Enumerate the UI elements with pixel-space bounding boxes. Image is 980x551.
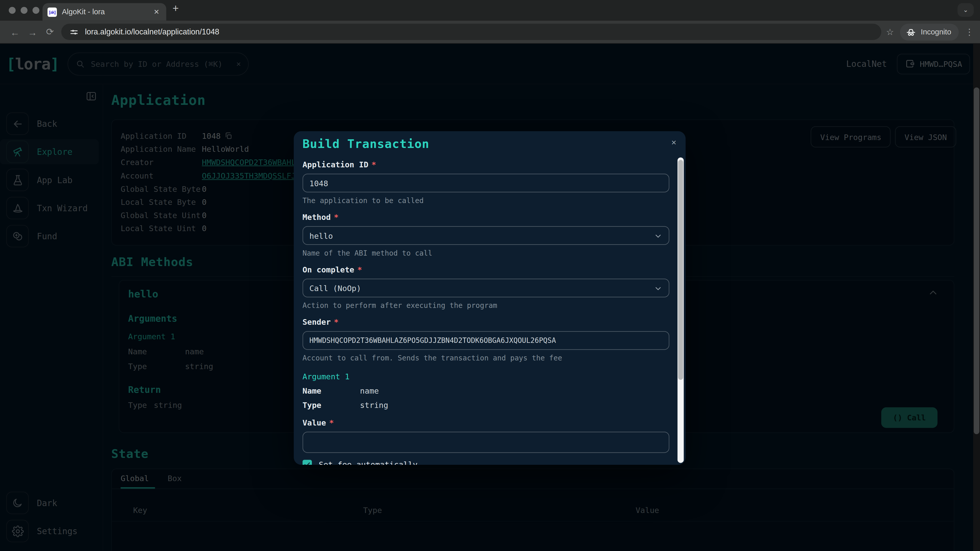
url-text[interactable]: lora.algokit.io/localnet/application/104… — [85, 27, 219, 36]
tab-search-button[interactable]: ⌄ — [958, 3, 974, 17]
maximize-window-button[interactable] — [32, 7, 39, 14]
page-scrollbar-thumb[interactable] — [974, 87, 980, 434]
app-id-helper: The application to be called — [302, 196, 670, 205]
bookmark-star-icon[interactable]: ☆ — [886, 27, 894, 37]
close-window-button[interactable] — [9, 7, 16, 14]
modal-scrollbar-track[interactable] — [678, 157, 684, 463]
incognito-label: Incognito — [921, 27, 951, 36]
page-scrollbar-track[interactable] — [973, 44, 980, 551]
checkbox-checked-icon[interactable] — [302, 460, 312, 465]
modal-title: Build Transaction — [302, 137, 429, 151]
browser-tabstrip: [ak] AlgoKit - lora ✕ + ⌄ — [0, 0, 980, 21]
site-info-icon[interactable] — [68, 27, 80, 37]
incognito-icon — [906, 27, 916, 37]
chevron-down-icon — [654, 284, 662, 293]
new-tab-button[interactable]: + — [172, 3, 179, 15]
value-input[interactable] — [302, 432, 670, 453]
sender-helper: Account to call from. Sends the transact… — [302, 354, 670, 362]
incognito-badge: Incognito — [900, 24, 959, 40]
tab-favicon: [ak] — [48, 7, 57, 17]
modal-body: Application ID* The application to be ca… — [302, 157, 670, 465]
set-fee-checkbox-row: Set fee automatically — [302, 460, 670, 465]
tab-title: AlgoKit - lora — [62, 7, 151, 16]
build-transaction-modal: Build Transaction ✕ Application ID* The … — [294, 131, 686, 465]
modal-argument1-heading: Argument 1 — [302, 372, 670, 381]
on-complete-select[interactable]: Call (NoOp) — [302, 279, 670, 297]
modal-argument-type-row: Typestring — [302, 400, 670, 410]
method-select[interactable]: hello — [302, 226, 670, 245]
set-fee-checkbox-label[interactable]: Set fee automatically — [319, 460, 417, 465]
browser-toolbar: ← → ⟳ lora.algokit.io/localnet/applicati… — [0, 21, 980, 44]
browser-back-button[interactable]: ← — [6, 27, 24, 37]
browser-menu-icon[interactable]: ⋮ — [965, 27, 974, 37]
modal-close-icon[interactable]: ✕ — [671, 138, 676, 147]
window-controls[interactable] — [9, 7, 39, 14]
modal-argument-name-row: Namename — [302, 386, 670, 395]
address-bar[interactable]: lora.algokit.io/localnet/application/104… — [61, 24, 881, 40]
app-id-input[interactable] — [302, 174, 670, 192]
browser-tab[interactable]: [ak] AlgoKit - lora ✕ — [43, 3, 166, 21]
tab-close-icon[interactable]: ✕ — [152, 8, 161, 16]
on-complete-label: On complete* — [302, 265, 670, 274]
sender-input[interactable] — [302, 331, 670, 350]
screen: [ak] AlgoKit - lora ✕ + ⌄ ← → ⟳ lora.alg… — [0, 0, 980, 551]
method-helper: Name of the ABI method to call — [302, 249, 670, 257]
minimize-window-button[interactable] — [21, 7, 27, 14]
page-viewport: [lora] Search by ID or Address (⌘K) ✕ Lo… — [0, 44, 980, 551]
app-id-label: Application ID* — [302, 160, 670, 169]
on-complete-helper: Action to perform after executing the pr… — [302, 301, 670, 310]
browser-reload-button[interactable]: ⟳ — [41, 26, 59, 38]
browser-forward-button[interactable]: → — [24, 27, 41, 37]
chevron-down-icon — [654, 232, 662, 241]
method-label: Method* — [302, 213, 670, 222]
modal-scrollbar-thumb[interactable] — [678, 160, 683, 380]
sender-label: Sender* — [302, 318, 670, 327]
value-label: Value* — [302, 418, 670, 427]
